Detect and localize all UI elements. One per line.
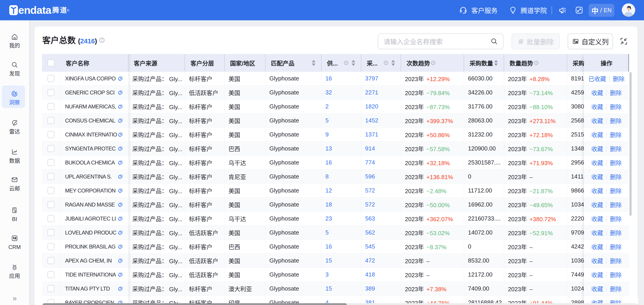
svg-text:BI: BI xyxy=(14,210,16,212)
